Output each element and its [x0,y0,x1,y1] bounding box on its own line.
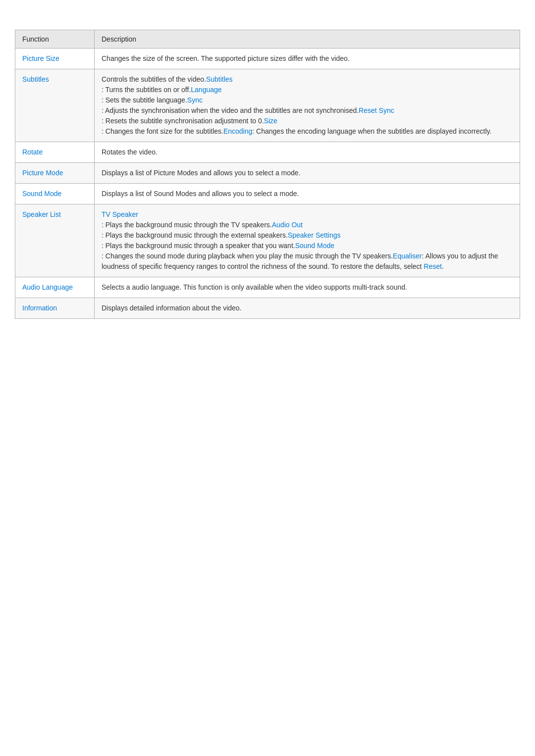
description-text: Displays detailed information about the … [102,304,242,312]
function-cell: Information [15,298,95,319]
description-link[interactable]: Sync [187,96,203,104]
description-cell: Changes the size of the screen. The supp… [95,49,520,69]
description-cell: Rotates the video. [95,142,520,163]
description-cell: Displays detailed information about the … [95,298,520,319]
description-link[interactable]: Language [191,86,221,94]
function-cell: Speaker List [15,204,95,277]
description-text: : Turns the subtitles on or off. [102,86,191,94]
description-text: . [442,262,444,270]
description-link[interactable]: Audio Out [272,221,303,229]
description-text: Displays a list of Sound Modes and allow… [102,190,299,198]
description-link[interactable]: Encoding [223,127,252,135]
table-row: Picture ModeDisplays a list of Picture M… [15,163,520,184]
table-row: Audio LanguageSelects a audio language. … [15,277,520,298]
function-cell: Sound Mode [15,184,95,204]
options-table: Function Description Picture SizeChanges… [15,30,520,319]
description-cell: Controls the subtitles of the video.Subt… [95,69,520,142]
description-cell: Selects a audio language. This function … [95,277,520,298]
description-text: : Plays the background music through the… [102,221,272,229]
function-cell: Audio Language [15,277,95,298]
description-link[interactable]: Subtitles [206,75,233,83]
description-link[interactable]: Reset [424,262,442,270]
table-row: Picture SizeChanges the size of the scre… [15,49,520,69]
col-description: Description [95,30,520,49]
description-text: Rotates the video. [102,148,158,156]
description-text: : Resets the subtitle synchronisation ad… [102,117,264,125]
description-text: : Changes the encoding language when the… [252,127,491,135]
description-text: Controls the subtitles of the video. [102,75,206,83]
description-text: : Adjusts the synchronisation when the v… [102,106,359,114]
description-link[interactable]: Speaker Settings [288,231,341,239]
function-cell: Picture Mode [15,163,95,184]
table-row: RotateRotates the video. [15,142,520,163]
table-header-row: Function Description [15,30,520,49]
description-cell: Displays a list of Picture Modes and all… [95,163,520,184]
function-cell: Subtitles [15,69,95,142]
table-row: Sound ModeDisplays a list of Sound Modes… [15,184,520,204]
description-text: : Changes the font size for the subtitle… [102,127,223,135]
table-row: Speaker ListTV Speaker: Plays the backgr… [15,204,520,277]
description-link[interactable]: Equaliser [393,252,422,260]
description-link[interactable]: Reset Sync [359,106,394,114]
description-cell: Displays a list of Sound Modes and allow… [95,184,520,204]
description-text: Selects a audio language. This function … [102,283,407,291]
description-text: : Plays the background music through a s… [102,242,295,250]
table-row: InformationDisplays detailed information… [15,298,520,319]
description-text: Changes the size of the screen. The supp… [102,54,350,62]
description-link[interactable]: TV Speaker [102,210,138,218]
description-text: : Sets the subtitle language. [102,96,187,104]
description-link[interactable]: Size [264,117,277,125]
description-text: Displays a list of Picture Modes and all… [102,169,301,177]
function-cell: Rotate [15,142,95,163]
description-cell: TV Speaker: Plays the background music t… [95,204,520,277]
col-function: Function [15,30,95,49]
description-text: : Changes the sound mode during playback… [102,252,393,260]
description-link[interactable]: Sound Mode [295,242,334,250]
table-row: SubtitlesControls the subtitles of the v… [15,69,520,142]
description-text: : Plays the background music through the… [102,231,288,239]
function-cell: Picture Size [15,49,95,69]
